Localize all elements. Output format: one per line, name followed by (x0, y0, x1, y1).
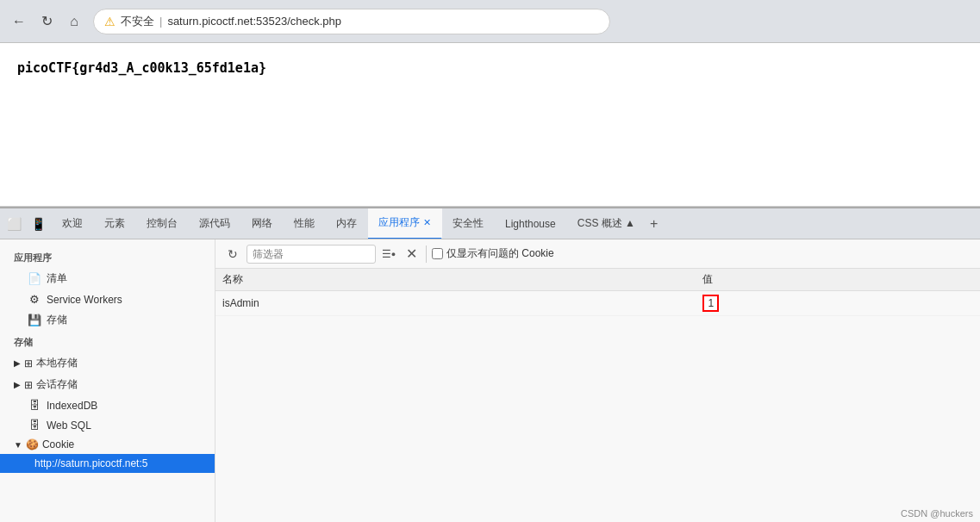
sidebar-local-storage[interactable]: ▶ ⊞ 本地存储 (0, 352, 215, 374)
tab-network[interactable]: 网络 (241, 208, 284, 239)
sidebar-item-service-workers[interactable]: ⚙ Service Workers (0, 289, 215, 309)
show-problems-checkbox-label[interactable]: 仅显示有问题的 Cookie (432, 246, 554, 261)
panel-toolbar: ↻ ☰● ✕ 仅显示有问题的 Cookie (215, 239, 980, 269)
device-mode-icon[interactable]: 📱 (28, 214, 48, 234)
add-tab-button[interactable]: + (650, 216, 658, 232)
filter-input[interactable] (247, 245, 376, 264)
devtools-icon-buttons: ⬜ 📱 (3, 214, 48, 234)
warning-icon: ⚠ (104, 15, 115, 28)
reload-button[interactable]: ↻ (34, 9, 59, 34)
tab-application[interactable]: 应用程序 ✕ (368, 208, 442, 239)
session-storage-icon: ⊞ (24, 379, 33, 391)
col-value-header: 值 (696, 269, 980, 291)
page-content: picoCTF{gr4d3_A_c00k13_65fd1e1a} (0, 43, 980, 207)
local-storage-arrow: ▶ (14, 358, 21, 368)
screen-cast-icon[interactable]: ⬜ (3, 214, 24, 234)
toolbar-separator (426, 245, 427, 263)
home-button[interactable]: ⌂ (62, 9, 86, 34)
tab-sources[interactable]: 源代码 (189, 208, 241, 239)
sidebar-session-storage[interactable]: ▶ ⊞ 会话存储 (0, 374, 215, 395)
devtools-tab-bar: ⬜ 📱 欢迎 元素 控制台 源代码 网络 性能 内存 应用程序 ✕ 安全性 Li… (0, 208, 980, 239)
watermark: CSDN @huckers (901, 508, 973, 519)
service-worker-icon: ⚙ (28, 293, 41, 306)
devtools-body: 应用程序 📄 清单 ⚙ Service Workers 💾 存储 存储 ▶ ⊞ … (0, 239, 980, 522)
cookie-table: 名称 值 isAdmin1 (215, 269, 980, 522)
url-text: saturn.picoctf.net:53523/check.php (167, 15, 341, 28)
local-storage-icon: ⊞ (24, 357, 33, 370)
devtools-panel: ⬜ 📱 欢迎 元素 控制台 源代码 网络 性能 内存 应用程序 ✕ 安全性 Li… (0, 207, 980, 522)
separator: | (159, 15, 162, 28)
session-storage-arrow: ▶ (14, 380, 21, 389)
filter-menu-icon[interactable]: ☰● (379, 245, 398, 264)
tab-console[interactable]: 控制台 (136, 208, 189, 239)
sidebar-item-storage-clear[interactable]: 💾 存储 (0, 309, 215, 331)
refresh-button[interactable]: ↻ (222, 244, 243, 264)
clear-filter-button[interactable]: ✕ (402, 245, 421, 264)
address-bar[interactable]: ⚠ 不安全 | saturn.picoctf.net:53523/check.p… (93, 9, 610, 34)
sidebar-section-application: 应用程序 (0, 246, 215, 268)
cookie-value-highlight: 1 (702, 295, 719, 312)
manifest-icon: 📄 (28, 272, 41, 285)
indexeddb-icon: 🗄 (28, 399, 41, 412)
tab-performance[interactable]: 性能 (284, 208, 326, 239)
back-button[interactable]: ← (7, 9, 31, 34)
flag-text: picoCTF{gr4d3_A_c00k13_65fd1e1a} (17, 60, 266, 76)
tab-security[interactable]: 安全性 (442, 208, 495, 239)
show-problems-checkbox[interactable] (432, 248, 443, 259)
browser-chrome: ← ↻ ⌂ ⚠ 不安全 | saturn.picoctf.net:53523/c… (0, 0, 980, 43)
sidebar-cookie-url[interactable]: http://saturn.picoctf.net:5 (0, 454, 215, 473)
cookie-value-cell: 1 (696, 291, 980, 316)
sidebar-web-sql[interactable]: 🗄 Web SQL (0, 415, 215, 435)
web-sql-icon: 🗄 (28, 419, 41, 432)
close-application-tab[interactable]: ✕ (423, 217, 431, 228)
cookie-arrow: ▼ (14, 440, 22, 450)
cookie-name-cell: isAdmin (215, 291, 696, 316)
sidebar-item-manifest[interactable]: 📄 清单 (0, 268, 215, 289)
sidebar-section-storage: 存储 (0, 331, 215, 352)
sidebar-cookie-expand[interactable]: ▼ 🍪 Cookie (0, 435, 215, 454)
nav-buttons: ← ↻ ⌂ (7, 9, 86, 34)
col-name-header: 名称 (215, 269, 696, 291)
devtools-main: ↻ ☰● ✕ 仅显示有问题的 Cookie 名称 值 (215, 239, 980, 522)
devtools-sidebar: 应用程序 📄 清单 ⚙ Service Workers 💾 存储 存储 ▶ ⊞ … (0, 239, 215, 522)
insecure-label: 不安全 (121, 14, 154, 29)
sidebar-indexeddb[interactable]: 🗄 IndexedDB (0, 395, 215, 415)
tab-elements[interactable]: 元素 (94, 208, 136, 239)
tab-css-overview[interactable]: CSS 概述 ▲ (567, 208, 646, 239)
cookie-icon: 🍪 (26, 438, 39, 451)
tab-lighthouse[interactable]: Lighthouse (495, 208, 567, 239)
table-row[interactable]: isAdmin1 (215, 291, 980, 316)
tab-welcome[interactable]: 欢迎 (52, 208, 94, 239)
tab-memory[interactable]: 内存 (326, 208, 368, 239)
storage-icon: 💾 (28, 314, 41, 326)
